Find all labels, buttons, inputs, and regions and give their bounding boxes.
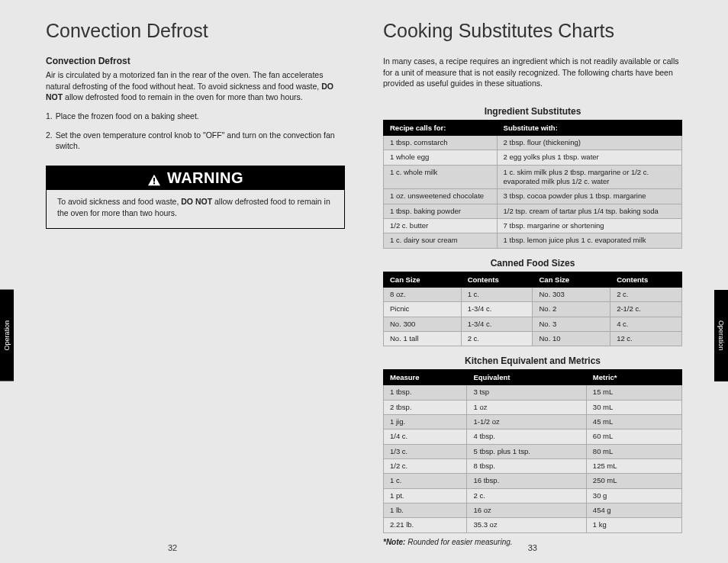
table-cell: 1/2 c. butter xyxy=(384,219,498,233)
can-header-2: Contents xyxy=(461,272,533,287)
table-cell: 1 oz xyxy=(467,400,586,414)
table-cell: 454 g xyxy=(586,503,681,517)
table-cell: 1 c. xyxy=(461,287,533,301)
table-cell: 80 mL xyxy=(586,444,681,458)
step-text-1: Place the frozen food on a baking sheet. xyxy=(56,111,199,122)
step-1: 1. Place the frozen food on a baking she… xyxy=(46,111,345,122)
warning-text-a: To avoid sickness and food waste, xyxy=(57,197,181,206)
table-cell: 4 tbsp. xyxy=(467,429,586,444)
table-cell: 1/2 tsp. cream of tartar plus 1/4 tsp. b… xyxy=(497,204,681,218)
table-cell: 1 c. skim milk plus 2 tbsp. margarine or… xyxy=(497,165,681,189)
table-cell: 1-1/2 oz xyxy=(467,414,586,429)
right-heading: Cooking Substitutes Charts xyxy=(383,20,682,42)
table-row: 1 c.16 tbsp.250 mL xyxy=(384,474,682,488)
warning-header: WARNING xyxy=(47,166,344,190)
table-cell: 1 tbsp. xyxy=(384,385,467,400)
table-cell: 12 c. xyxy=(610,331,682,346)
note-label: *Note: xyxy=(383,538,405,546)
table-row: 1/3 c.5 tbsp. plus 1 tsp.80 mL xyxy=(384,444,682,458)
table-cell: No. 2 xyxy=(533,302,610,317)
table-row: 1/2 c. butter7 tbsp. margarine or shorte… xyxy=(384,219,682,233)
page-number-left: 32 xyxy=(168,543,177,552)
table-row: 1 pt.2 c.30 g xyxy=(384,488,682,503)
table-cell: 1 tbsp. baking powder xyxy=(384,204,498,218)
side-tab-left: Operation xyxy=(0,290,14,381)
table-cell: 1 oz. unsweetened chocolate xyxy=(384,189,498,204)
table-cell: 35.3 oz xyxy=(467,518,586,532)
table-cell: 1/3 c. xyxy=(384,444,467,458)
table-row: 1 c. whole milk1 c. skim milk plus 2 tbs… xyxy=(384,165,682,189)
table-cell: 2 tbsp. flour (thickening) xyxy=(497,136,681,150)
table-cell: 16 tbsp. xyxy=(467,474,586,488)
can-header-1: Can Size xyxy=(384,272,462,287)
warning-triangle-icon xyxy=(147,172,161,185)
table-cell: 2 c. xyxy=(467,488,586,503)
table-row: 8 oz.1 c.No. 3032 c. xyxy=(384,287,682,301)
table-row: 1 tbsp. baking powder1/2 tsp. cream of t… xyxy=(384,204,682,218)
left-page: Convection Defrost Convection Defrost Ai… xyxy=(46,15,345,532)
table-row: 1 whole egg2 egg yolks plus 1 tbsp. wate… xyxy=(384,150,682,165)
right-intro: In many cases, a recipe requires an ingr… xyxy=(383,56,682,89)
table-cell: 1/4 c. xyxy=(384,429,467,444)
step-text-2: Set the oven temperature control knob to… xyxy=(56,130,345,152)
metrics-table: Measure Equivalent Metric* 1 tbsp.3 tsp1… xyxy=(383,369,682,532)
table-row: 1/4 c.4 tbsp.60 mL xyxy=(384,429,682,444)
table-cell: 16 oz xyxy=(467,503,586,517)
table-cell: 1-3/4 c. xyxy=(461,317,533,331)
table-cell: 15 mL xyxy=(586,385,681,400)
left-subheading: Convection Defrost xyxy=(46,56,345,66)
table-cell: 1 c. dairy sour cream xyxy=(384,233,498,248)
table-cell: 125 mL xyxy=(586,458,681,473)
table-cell: No. 303 xyxy=(533,287,610,301)
side-tab-right: Operation xyxy=(714,290,728,381)
left-intro: Air is circulated by a motorized fan in … xyxy=(46,69,345,103)
table-cell: 8 oz. xyxy=(384,287,462,301)
met-header-2: Equivalent xyxy=(467,370,586,385)
table-cell: 30 g xyxy=(586,488,681,503)
table-cell: 30 mL xyxy=(586,400,681,414)
can-header-4: Contents xyxy=(610,272,682,287)
table-cell: 1-3/4 c. xyxy=(461,302,533,317)
svg-rect-0 xyxy=(153,178,155,182)
table-row: No. 1 tall2 c.No. 1012 c. xyxy=(384,331,682,346)
table-row: Picnic1-3/4 c.No. 22-1/2 c. xyxy=(384,302,682,317)
table-row: No. 3001-3/4 c.No. 34 c. xyxy=(384,317,682,331)
warning-body: To avoid sickness and food waste, DO NOT… xyxy=(47,190,344,227)
table-row: 1 c. dairy sour cream1 tbsp. lemon juice… xyxy=(384,233,682,248)
table-cell: 1 c. whole milk xyxy=(384,165,498,189)
metrics-title: Kitchen Equivalent and Metrics xyxy=(383,355,682,366)
table-row: 1 jig.1-1/2 oz45 mL xyxy=(384,414,682,429)
table-row: 2 tbsp.1 oz30 mL xyxy=(384,400,682,414)
step-2: 2. Set the oven temperature control knob… xyxy=(46,130,345,152)
table-cell: 2 c. xyxy=(461,331,533,346)
left-heading: Convection Defrost xyxy=(46,20,345,42)
note-text: Rounded for easier measuring. xyxy=(405,538,512,546)
table-cell: 1 jig. xyxy=(384,414,467,429)
page-spread: Convection Defrost Convection Defrost Ai… xyxy=(0,0,728,563)
met-header-1: Measure xyxy=(384,370,467,385)
table-cell: 7 tbsp. margarine or shortening xyxy=(497,219,681,233)
table-row: 1 tbsp. cornstarch2 tbsp. flour (thicken… xyxy=(384,136,682,150)
table-cell: No. 10 xyxy=(533,331,610,346)
table-cell: 1 c. xyxy=(384,474,467,488)
intro-text-b: allow defrosted food to remain in the ov… xyxy=(63,92,303,101)
table-cell: 2 c. xyxy=(610,287,682,301)
step-num-1: 1. xyxy=(46,111,53,122)
svg-rect-1 xyxy=(153,182,155,184)
ing-header-2: Substitute with: xyxy=(497,121,681,136)
table-row: 1/2 c.8 tbsp.125 mL xyxy=(384,458,682,473)
warning-bold: DO NOT xyxy=(181,197,212,206)
table-cell: 45 mL xyxy=(586,414,681,429)
table-cell: No. 1 tall xyxy=(384,331,462,346)
table-cell: 1/2 c. xyxy=(384,458,467,473)
warning-box: WARNING To avoid sickness and food waste… xyxy=(46,166,345,228)
table-cell: No. 300 xyxy=(384,317,462,331)
table-cell: 1 tbsp. cornstarch xyxy=(384,136,498,150)
table-cell: 8 tbsp. xyxy=(467,458,586,473)
table-cell: Picnic xyxy=(384,302,462,317)
table-cell: 3 tbsp. cocoa powder plus 1 tbsp. margar… xyxy=(497,189,681,204)
met-header-3: Metric* xyxy=(586,370,681,385)
table-row: 1 tbsp.3 tsp15 mL xyxy=(384,385,682,400)
table-cell: 1 tbsp. lemon juice plus 1 c. evaporated… xyxy=(497,233,681,248)
ing-header-1: Recipe calls for: xyxy=(384,121,498,136)
